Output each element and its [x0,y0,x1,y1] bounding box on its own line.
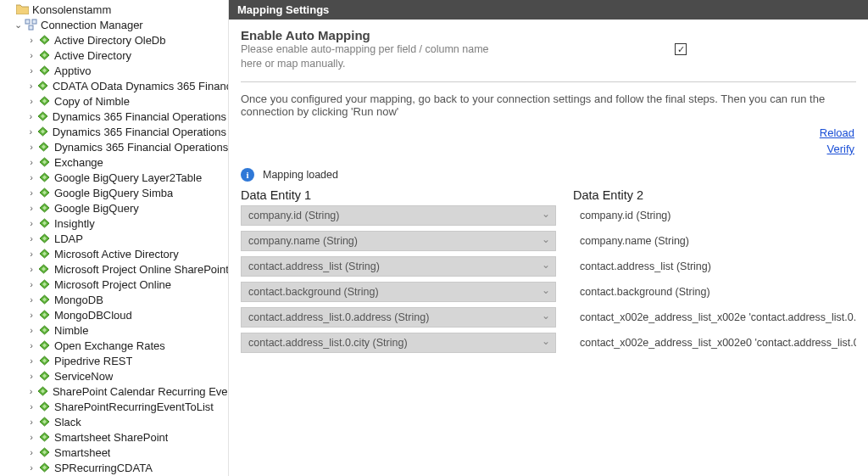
chevron-right-icon[interactable]: › [25,65,37,76]
chevron-right-icon[interactable]: › [25,401,37,412]
chevron-right-icon[interactable]: › [25,447,37,457]
chevron-right-icon[interactable]: › [25,142,37,152]
chevron-right-icon[interactable]: › [25,35,37,45]
tree-item[interactable]: ›MongoDBCloud [0,307,228,322]
mapping-row: contact.address_list.0.address (String)c… [241,307,856,328]
chevron-right-icon[interactable]: › [25,188,37,198]
tree-view[interactable]: ▸ Konsolenstamm ⌄ Connection Manager ›Ac… [0,0,229,476]
tree-item-label: CDATA OData Dynamics 365 Financial [53,80,228,92]
tree-item[interactable]: ›Microsoft Project Online [0,277,228,292]
tree-item[interactable]: ›CDATA OData Dynamics 365 Financial [0,78,228,93]
tree-item-label: Open Exchange Rates [54,339,165,352]
tree-item[interactable]: ›Google BigQuery Layer2Table [0,170,228,185]
connection-icon [37,308,51,322]
chevron-right-icon[interactable]: › [25,432,37,442]
chevron-right-icon[interactable]: › [25,233,37,244]
tree-item[interactable]: ›Active Directory OleDb [0,32,228,48]
chevron-right-icon[interactable]: › [25,126,36,137]
tree-item[interactable]: ›Microsoft Active Directory [0,246,228,261]
tree-item[interactable]: ›Active Directory [0,48,228,63]
chevron-right-icon[interactable]: › [25,294,37,305]
connection-icon [37,415,51,428]
tree-root[interactable]: ▸ Konsolenstamm [0,2,228,17]
tree-item-label: Dynamics 365 Financial Operations OA [53,110,228,123]
entity1-field-dropdown[interactable]: company.id (String) [241,205,556,226]
tree-item[interactable]: ›Smartsheet [0,445,228,460]
connection-icon [37,323,51,337]
chevron-right-icon[interactable]: › [25,264,37,274]
tree-item[interactable]: ›Google BigQuery Simba [0,185,228,200]
tree-item[interactable]: ›SharePoint Calendar Recurring Events [0,384,228,399]
tree-item[interactable]: ›Slack [0,414,228,429]
tree-item[interactable]: ›Google BigQuery [0,200,228,216]
connection-icon [36,79,49,92]
tree-item[interactable]: ›SharePointRecurringEventToList [0,399,228,414]
chevron-right-icon[interactable]: › [25,203,37,213]
entity1-field-dropdown[interactable]: contact.address_list.0.city (String) [241,333,556,353]
status-text: Mapping loaded [263,169,338,181]
tree-item[interactable]: ›Copy of Nimble [0,93,228,109]
mapping-row: contact.address_list.0.city (String)cont… [241,333,856,353]
tree-item-label: ServiceNow [54,370,113,383]
chevron-right-icon[interactable]: › [25,325,37,335]
connection-icon [37,400,51,413]
tree-item[interactable]: ›Open Exchange Rates [0,338,228,353]
chevron-right-icon[interactable]: › [25,310,37,320]
chevron-right-icon[interactable]: › [25,172,37,182]
chevron-right-icon[interactable]: › [25,50,37,60]
tree-item-label: Apptivo [54,64,91,77]
connection-icon [37,232,51,245]
verify-link[interactable]: Verify [241,141,854,158]
connection-icon [37,155,51,169]
tree-item-label: SharePoint Calendar Recurring Events [53,385,228,398]
chevron-right-icon[interactable]: › [25,249,37,259]
chevron-right-icon[interactable]: › [25,218,37,228]
tree-item[interactable]: ›ServiceNow [0,368,228,384]
tree-item[interactable]: ›Pipedrive REST [0,353,228,368]
mapping-hint: Once you configured your mapping, go bac… [241,92,856,118]
tree-item[interactable]: ›Dynamics 365 Financial Operations OA [0,124,228,139]
entity2-field: contact_x002e_address_list_x002e0 'conta… [573,333,856,353]
entity1-field-dropdown[interactable]: contact.address_list (String) [241,256,556,277]
tree-item[interactable]: ›Insightly [0,216,228,231]
connection-icon [37,262,51,276]
entity1-field-dropdown[interactable]: company.name (String) [241,231,556,251]
tree-item-label: SPRecurringCDATA [54,462,153,474]
entity1-field-dropdown[interactable]: contact.background (String) [241,282,556,302]
tree-item-label: MongoDBCloud [54,309,132,322]
connection-icon [37,94,51,108]
chevron-right-icon[interactable]: › [25,111,36,121]
tree-item-label: Active Directory [54,49,131,62]
chevron-right-icon[interactable]: › [25,356,37,366]
entity2-field: contact.address_list (String) [573,256,856,277]
connection-icon [37,369,51,383]
chevron-right-icon[interactable]: › [25,279,37,289]
tree-item[interactable]: ›Dynamics 365 Financial Operations OA [0,109,228,124]
tree-item[interactable]: ›LDAP [0,231,228,246]
chevron-down-icon[interactable]: ⌄ [12,20,24,31]
chevron-right-icon[interactable]: › [25,157,37,167]
chevron-right-icon[interactable]: › [25,417,37,427]
connection-icon [37,186,51,199]
tree-item[interactable]: ›Nimble [0,322,228,338]
chevron-right-icon[interactable]: › [25,386,36,396]
tree-item[interactable]: ›Exchange [0,154,228,170]
tree-item[interactable]: ›SPRecurringCDATA [0,460,228,475]
enable-auto-mapping-checkbox[interactable]: ✓ [675,43,687,55]
connection-icon [37,293,51,306]
tree-item[interactable]: ›Smartsheet SharePoint [0,429,228,445]
tree-connection-manager[interactable]: ⌄ Connection Manager [0,17,228,32]
tree-item[interactable]: ›Dynamics 365 Financial Operations [0,139,228,154]
entity1-field-dropdown[interactable]: contact.address_list.0.address (String) [241,307,556,328]
tree-item[interactable]: ›MongoDB [0,292,228,307]
chevron-right-icon[interactable]: › [25,371,37,381]
reload-link[interactable]: Reload [241,125,854,142]
chevron-right-icon[interactable]: › [25,340,37,350]
tree-item[interactable]: ›Apptivo [0,63,228,78]
chevron-right-icon[interactable]: › [25,81,36,91]
chevron-right-icon[interactable]: › [25,462,37,473]
connection-icon [37,171,51,184]
tree-item-label: Exchange [54,156,103,169]
chevron-right-icon[interactable]: › [25,96,37,106]
tree-item[interactable]: ›Microsoft Project Online SharePoint [0,261,228,277]
